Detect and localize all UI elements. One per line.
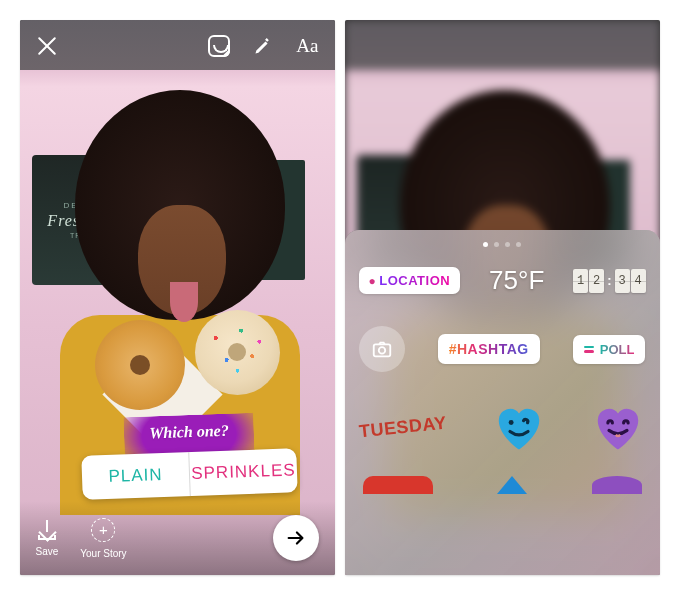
sticker-tray[interactable]: ● LOCATION 75°F 1 2 : 3 4 #HASHTAG [345, 230, 660, 575]
story-editor-screen: DELICIO Fresh Pies TREATS Aa Which one? … [20, 20, 335, 575]
temperature-sticker[interactable]: 75°F [489, 265, 544, 296]
arrow-right-icon [285, 527, 307, 549]
location-label: LOCATION [379, 273, 450, 288]
your-story-label: Your Story [80, 548, 126, 559]
person-tongue [170, 282, 198, 322]
day-sticker[interactable]: TUESDAY [358, 412, 448, 442]
pager-dot-1[interactable] [483, 242, 488, 247]
clock-digit-2: 2 [589, 269, 604, 293]
pager-dot-3[interactable] [505, 242, 510, 247]
tray-row-1: ● LOCATION 75°F 1 2 : 3 4 [359, 265, 646, 296]
sticker-partial-1[interactable] [363, 476, 433, 494]
pin-icon: ● [369, 274, 377, 288]
close-icon[interactable] [36, 35, 58, 57]
send-button[interactable] [273, 515, 319, 561]
time-sticker[interactable]: 1 2 : 3 4 [573, 269, 645, 293]
sticker-tray-screen: ● LOCATION 75°F 1 2 : 3 4 #HASHTAG [345, 20, 660, 575]
save-button[interactable]: Save [36, 520, 59, 557]
poll-option-a[interactable]: PLAIN [81, 452, 189, 500]
heart-blue-sticker[interactable] [492, 402, 546, 452]
tray-row-3: TUESDAY [359, 402, 646, 452]
donut-sprinkles [195, 310, 280, 395]
add-story-icon: + [91, 518, 115, 542]
text-tool-icon[interactable]: Aa [296, 35, 318, 57]
donut-plain [95, 320, 185, 410]
selfie-sticker[interactable] [359, 326, 405, 372]
clock-digit-3: 3 [615, 269, 630, 293]
pager-dot-4[interactable] [516, 242, 521, 247]
svg-point-2 [509, 420, 514, 425]
sticker-icon[interactable] [208, 35, 230, 57]
clock-digit-4: 4 [631, 269, 646, 293]
your-story-button[interactable]: + Your Story [80, 518, 126, 559]
poll-lines-icon [584, 346, 594, 353]
tray-row-2: #HASHTAG POLL [359, 326, 646, 372]
download-icon [37, 520, 57, 540]
tray-row-4 [359, 476, 646, 494]
pager-dot-2[interactable] [494, 242, 499, 247]
heart-purple-sticker[interactable] [591, 402, 645, 452]
save-label: Save [36, 546, 59, 557]
hashtag-sticker[interactable]: #HASHTAG [438, 334, 540, 364]
camera-icon [371, 338, 393, 360]
clock-colon: : [605, 273, 613, 288]
draw-icon[interactable] [252, 35, 274, 57]
poll-option-b[interactable]: SPRINKLES [189, 448, 297, 496]
tray-pager[interactable] [359, 242, 646, 247]
sticker-partial-2[interactable] [497, 476, 527, 494]
poll-sticker-button[interactable]: POLL [573, 335, 646, 364]
clock-digit-1: 1 [573, 269, 588, 293]
location-sticker[interactable]: ● LOCATION [359, 267, 461, 294]
editor-top-bar: Aa [20, 20, 335, 72]
editor-bottom-bar: Save + Your Story [20, 501, 335, 575]
poll-sticker[interactable]: PLAIN SPRINKLES [81, 448, 297, 499]
poll-pill-label: POLL [600, 342, 635, 357]
svg-rect-0 [373, 344, 390, 356]
svg-point-1 [378, 347, 384, 353]
hashtag-label: #HASHTAG [449, 341, 529, 357]
editor-tools: Aa [208, 35, 318, 57]
sticker-partial-3[interactable] [592, 476, 642, 494]
